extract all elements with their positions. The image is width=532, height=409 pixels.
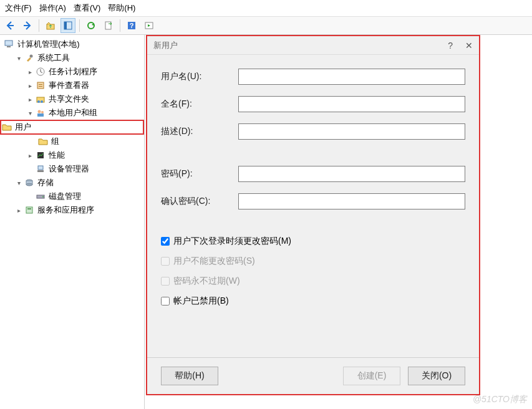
refresh-button[interactable] — [84, 18, 99, 33]
username-label: 用户名(U): — [161, 71, 238, 82]
svg-rect-30 — [27, 208, 31, 209]
dialog-body: 用户名(U): 全名(F): 描述(D): 密码(P): 确认密码(C — [147, 55, 479, 323]
svg-point-17 — [41, 100, 43, 103]
svg-rect-13 — [39, 84, 42, 85]
tree-root[interactable]: 计算机管理(本地) — [0, 37, 144, 51]
toolbar: ? — [0, 16, 532, 35]
chevron-right-icon[interactable]: ▸ — [26, 95, 34, 103]
tree-label: 存储 — [37, 177, 54, 188]
svg-rect-29 — [26, 207, 32, 213]
tree-label: 用户 — [15, 122, 31, 133]
must-change-password-label: 用户下次登录时须更改密码(M) — [173, 236, 291, 247]
tree-label: 事件查看器 — [49, 80, 89, 91]
menu-file[interactable]: 文件(F) — [5, 2, 32, 14]
create-button: 创建(E) — [343, 367, 400, 385]
run-button[interactable] — [142, 18, 157, 33]
must-change-password-checkbox[interactable] — [161, 237, 170, 246]
chevron-right-icon[interactable]: ▸ — [15, 206, 22, 214]
svg-rect-22 — [38, 166, 43, 170]
confirm-password-label: 确认密码(C): — [161, 196, 238, 207]
chevron-right-icon[interactable]: ▸ — [26, 68, 34, 75]
account-disabled-label: 帐户已禁用(B) — [173, 296, 229, 307]
description-label: 描述(D): — [161, 126, 238, 137]
confirm-password-input[interactable] — [238, 193, 465, 209]
up-folder-button[interactable] — [43, 18, 58, 33]
tree-system-tools[interactable]: ▾ 系统工具 — [0, 51, 144, 65]
tree-shared-folders[interactable]: ▸ 共享文件夹 — [0, 92, 144, 106]
chevron-right-icon[interactable]: ▸ — [26, 152, 34, 159]
tree-device-manager[interactable]: 设备管理器 — [0, 162, 144, 176]
disk-icon — [35, 191, 46, 201]
tree-disk-management[interactable]: 磁盘管理 — [0, 190, 144, 203]
fullname-label: 全名(F): — [161, 99, 238, 110]
dialog-title-text: 新用户 — [153, 40, 178, 51]
dialog-help-icon[interactable]: ? — [448, 41, 453, 51]
event-icon — [35, 80, 46, 90]
tree-label: 设备管理器 — [49, 163, 89, 175]
menu-action[interactable]: 操作(A) — [39, 2, 66, 14]
chevron-down-icon[interactable]: ▾ — [15, 179, 22, 186]
svg-rect-9 — [7, 46, 11, 47]
menu-bar: 文件(F) 操作(A) 查看(V) 帮助(H) — [0, 0, 532, 16]
svg-rect-2 — [64, 22, 67, 29]
tree-users[interactable]: 用户 — [0, 120, 144, 135]
svg-point-19 — [41, 111, 44, 113]
dialog-titlebar: 新用户 ? ✕ — [147, 36, 479, 55]
storage-icon — [24, 178, 35, 188]
help-button[interactable]: ? — [124, 18, 139, 33]
tree-task-scheduler[interactable]: ▸ 任务计划程序 — [0, 65, 144, 79]
properties-button[interactable] — [60, 18, 75, 33]
tree-local-users-groups[interactable]: ▾ 本地用户和组 — [0, 106, 144, 120]
tree-label: 性能 — [49, 150, 65, 161]
password-never-expires-label: 密码永不过期(W) — [173, 276, 240, 287]
dialog-footer: 帮助(H) 创建(E) 关闭(O) — [147, 357, 479, 394]
tree-pane: 计算机管理(本地) ▾ 系统工具 ▸ 任务计划程序 — [0, 35, 145, 409]
tree-label: 计算机管理(本地) — [17, 39, 80, 50]
main-area: 计算机管理(本地) ▾ 系统工具 ▸ 任务计划程序 — [0, 35, 532, 409]
services-icon — [24, 205, 35, 215]
chevron-right-icon[interactable]: ▸ — [26, 82, 34, 89]
tree-label: 磁盘管理 — [49, 191, 81, 202]
close-button[interactable]: 关闭(O) — [408, 367, 465, 385]
folder-icon — [1, 122, 12, 132]
tree-services-apps[interactable]: ▸ 服务和应用程序 — [0, 203, 144, 217]
svg-point-28 — [42, 196, 44, 198]
account-disabled-checkbox[interactable] — [161, 297, 170, 306]
export-button[interactable] — [101, 18, 116, 33]
tree-label: 共享文件夹 — [49, 94, 89, 105]
help-button[interactable]: 帮助(H) — [161, 367, 218, 385]
close-icon[interactable]: ✕ — [465, 41, 473, 51]
clock-icon — [35, 67, 46, 77]
chevron-down-icon[interactable]: ▾ — [26, 109, 34, 117]
menu-view[interactable]: 查看(V) — [74, 2, 100, 14]
menu-help[interactable]: 帮助(H) — [108, 2, 135, 14]
tree-performance[interactable]: ▸ 性能 — [0, 148, 144, 162]
password-input[interactable] — [238, 166, 465, 182]
tree-label: 任务计划程序 — [49, 66, 97, 77]
tree-event-viewer[interactable]: ▸ 事件查看器 — [0, 79, 144, 92]
chevron-down-icon[interactable]: ▾ — [15, 54, 22, 62]
tools-icon — [24, 53, 35, 63]
svg-rect-8 — [5, 41, 12, 46]
toolbar-separator — [39, 19, 39, 32]
shared-folder-icon — [35, 94, 46, 104]
cannot-change-password-checkbox — [161, 257, 170, 266]
svg-rect-4 — [105, 22, 111, 29]
username-input[interactable] — [238, 69, 465, 85]
folder-icon — [37, 137, 49, 147]
description-input[interactable] — [238, 123, 465, 140]
new-user-dialog: 新用户 ? ✕ 用户名(U): 全名(F): 描述(D): — [146, 35, 480, 395]
svg-point-16 — [37, 100, 40, 103]
fullname-input[interactable] — [238, 96, 465, 112]
tree-groups[interactable]: 组 — [0, 135, 144, 148]
svg-rect-23 — [37, 170, 44, 172]
tree-storage[interactable]: ▾ 存储 — [0, 176, 144, 190]
users-icon — [35, 108, 46, 118]
back-button[interactable] — [2, 18, 17, 33]
password-label: 密码(P): — [161, 168, 238, 180]
svg-text:?: ? — [130, 22, 134, 29]
svg-point-26 — [26, 183, 32, 186]
tree-label: 服务和应用程序 — [37, 205, 94, 216]
forward-button[interactable] — [20, 18, 35, 33]
svg-point-18 — [38, 110, 41, 113]
